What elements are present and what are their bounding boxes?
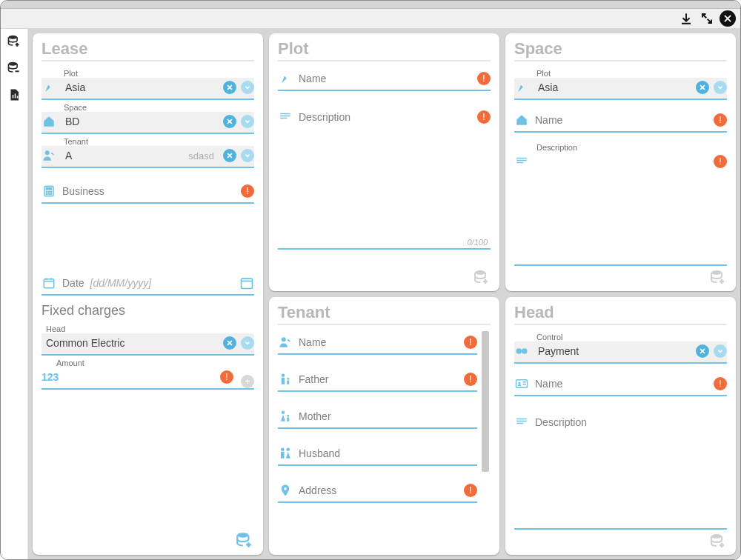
lease-date-placeholder[interactable]: [dd/MM/yyyy] [90,277,151,289]
tenant-husband-label: Husband [299,447,340,459]
lease-card: Lease Plot Asia [33,33,263,555]
svg-point-8 [475,270,485,275]
calculator-icon [41,184,56,198]
svg-rect-32 [287,418,289,421]
tenant-mother-label: Mother [299,410,331,422]
sidebar [1,29,28,559]
lease-date-label: Date [62,277,84,289]
add-charge-button[interactable]: + [241,375,254,388]
svg-rect-4 [17,96,19,99]
app-body: Plot Name ! Description ! [1,29,740,559]
home-icon [41,115,56,128]
svg-point-44 [711,534,722,539]
lease-space-value[interactable]: BD [62,116,217,127]
svg-rect-34 [281,452,285,459]
warning-icon: ! [464,484,477,497]
person-icon [41,149,56,162]
space-name-label: Name [535,114,562,126]
clear-icon[interactable] [223,149,236,162]
save-db-icon[interactable] [709,533,727,550]
svg-point-17 [48,191,50,193]
lease-head-value[interactable]: Common Electric [41,337,217,349]
lease-tenant-value[interactable]: A [62,150,182,161]
svg-rect-3 [15,94,16,99]
char-counter: 0/100 [467,238,488,247]
lease-tenant-label: Tenant [41,137,254,146]
download-button[interactable] [678,10,694,27]
husband-icon [278,447,293,460]
svg-point-12 [711,270,722,275]
date-picker-icon[interactable] [239,276,254,290]
plot-icon [278,72,293,85]
warning-icon: ! [241,184,254,198]
plot-name-label: Name [299,73,326,84]
warning-icon: ! [464,336,477,349]
svg-point-30 [282,411,285,415]
workspace: Plot Name ! Description ! [28,29,740,559]
clear-icon[interactable] [696,81,709,94]
svg-point-36 [284,487,287,490]
svg-rect-11 [516,162,523,164]
fullscreen-button[interactable] [699,10,715,27]
warning-icon: ! [464,373,477,386]
fixed-charges-title: Fixed charges [41,303,254,319]
space-desc-small-label: Description [514,143,727,152]
space-plot-value[interactable]: Asia [535,81,690,93]
titlebar [1,9,740,29]
dropdown-icon[interactable] [714,81,727,94]
dropdown-icon[interactable] [241,115,254,128]
warning-icon: ! [714,377,727,390]
dropdown-icon[interactable] [241,81,254,94]
svg-point-18 [50,191,52,193]
head-card: Head Control Payment [505,297,736,555]
head-control-value[interactable]: Payment [535,345,690,357]
svg-rect-10 [516,160,527,161]
lease-title: Lease [41,39,254,61]
svg-point-40 [519,382,521,384]
tenant-card: Tenant Name ! Father ! [269,297,499,555]
lease-plot-value[interactable]: Asia [62,81,217,93]
scrollbar[interactable] [480,330,491,550]
dropdown-icon[interactable] [241,149,254,162]
svg-rect-7 [280,118,287,119]
lease-amount-placeholder[interactable]: 123 [41,371,214,383]
clear-icon[interactable] [223,81,236,94]
app-window: Plot Name ! Description ! [0,0,741,560]
plot-card: Plot Name ! Description ! [269,33,499,291]
plot-title: Plot [278,39,491,61]
svg-point-24 [237,533,248,538]
calendar-icon [41,276,56,290]
lease-plot-label: Plot [41,69,254,78]
warning-icon: ! [714,155,727,168]
person-icon [278,336,293,349]
warning-icon: ! [477,110,491,124]
clear-icon[interactable] [223,336,236,350]
sidebar-db-remove-icon[interactable] [6,60,22,76]
father-icon [278,373,293,386]
clear-icon[interactable] [696,344,709,358]
lease-amount-label: Amount [41,359,254,367]
save-db-icon[interactable] [709,269,727,287]
svg-rect-5 [280,113,290,115]
svg-rect-23 [242,279,253,288]
plot-desc-label: Description [299,111,350,123]
description-icon [514,155,529,168]
tenant-title: Tenant [278,303,491,325]
clear-icon[interactable] [223,115,236,128]
dropdown-icon[interactable] [241,336,254,350]
dropdown-icon[interactable] [714,344,727,358]
close-button[interactable] [720,10,736,27]
svg-rect-6 [280,116,290,117]
sidebar-report-icon[interactable] [6,87,22,103]
space-plot-small-label: Plot [514,69,727,78]
save-db-icon[interactable] [473,269,491,287]
scrollbar-thumb[interactable] [482,331,489,472]
save-db-icon[interactable] [235,531,254,550]
space-card: Space Plot Asia [505,33,736,291]
svg-rect-15 [46,188,52,190]
sidebar-db-add-icon[interactable] [6,33,22,50]
svg-rect-29 [287,381,289,384]
svg-point-13 [45,150,50,155]
head-title: Head [514,303,727,325]
plot-icon [514,81,529,94]
